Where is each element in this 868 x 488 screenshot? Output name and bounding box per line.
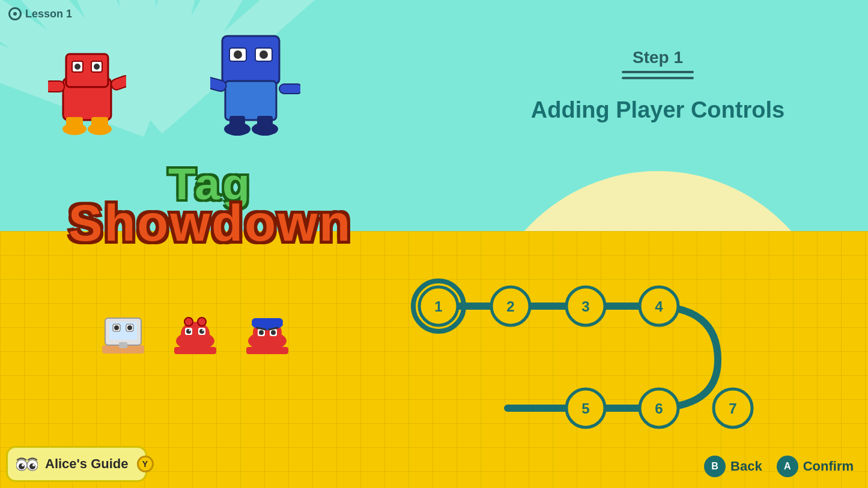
blue-character <box>210 33 300 138</box>
svg-rect-56 <box>252 318 283 325</box>
back-key-circle: B <box>704 456 726 477</box>
svg-rect-15 <box>48 81 64 92</box>
step-container: Step 1 Adding Player Controls <box>448 48 868 123</box>
svg-point-32 <box>252 122 278 136</box>
svg-point-38 <box>114 325 119 330</box>
confirm-button[interactable]: A Confirm <box>777 456 854 477</box>
step-path-container: 1 2 3 4 5 6 7 <box>381 252 832 444</box>
svg-point-48 <box>189 330 191 331</box>
step-divider-2 <box>622 77 694 79</box>
lesson-text: Lesson 1 <box>25 8 72 20</box>
sprite-2 <box>168 306 222 360</box>
logo-area: Tag Showdown <box>36 30 384 234</box>
node-6-label: 6 <box>655 400 663 417</box>
svg-rect-16 <box>110 74 126 91</box>
svg-point-13 <box>74 64 80 70</box>
svg-point-67 <box>22 464 24 466</box>
step-title: Adding Player Controls <box>448 97 868 123</box>
svg-point-20 <box>88 123 112 135</box>
eyes-icon <box>16 457 38 471</box>
svg-point-66 <box>29 463 35 469</box>
confirm-label: Confirm <box>803 459 854 474</box>
node-7-label: 7 <box>729 400 736 417</box>
svg-point-24 <box>234 50 242 59</box>
svg-point-31 <box>224 122 250 136</box>
lesson-label: Lesson 1 <box>8 7 72 20</box>
svg-rect-26 <box>225 81 276 120</box>
svg-point-50 <box>184 318 193 326</box>
svg-point-19 <box>62 123 86 135</box>
svg-point-59 <box>259 330 264 335</box>
sprite-3 <box>240 306 294 360</box>
bottom-buttons: B Back A Confirm <box>704 456 854 477</box>
node-2-label: 2 <box>506 298 514 315</box>
node-4-label: 4 <box>655 298 663 315</box>
svg-point-14 <box>94 64 100 70</box>
confirm-key-circle: A <box>777 456 798 477</box>
sprite-1 <box>96 306 150 360</box>
svg-point-49 <box>202 330 204 331</box>
svg-point-60 <box>271 330 276 335</box>
svg-rect-28 <box>279 84 300 94</box>
step-path-svg: 1 2 3 4 5 6 7 <box>381 252 832 444</box>
svg-point-25 <box>259 50 268 59</box>
guide-box[interactable]: Alice's Guide Y <box>6 446 147 482</box>
node-1-label: 1 <box>434 298 442 315</box>
svg-point-51 <box>198 318 206 326</box>
svg-rect-40 <box>119 342 127 348</box>
title-showdown: Showdown <box>36 200 384 247</box>
game-title: Tag Showdown <box>36 161 384 247</box>
step-divider-1 <box>622 71 694 73</box>
guide-y-badge: Y <box>137 456 154 472</box>
guide-eyes <box>16 457 38 471</box>
lesson-icon <box>8 7 22 20</box>
svg-point-68 <box>32 464 35 466</box>
step-number: Step 1 <box>448 48 868 67</box>
svg-point-39 <box>127 325 132 330</box>
sprites-row <box>96 306 294 360</box>
back-button[interactable]: B Back <box>704 456 762 477</box>
node-5-label: 5 <box>581 400 589 417</box>
guide-label: Alice's Guide <box>45 456 129 472</box>
svg-point-65 <box>19 463 25 469</box>
red-character <box>48 36 126 138</box>
back-label: Back <box>730 459 762 474</box>
node-3-label: 3 <box>581 298 589 315</box>
